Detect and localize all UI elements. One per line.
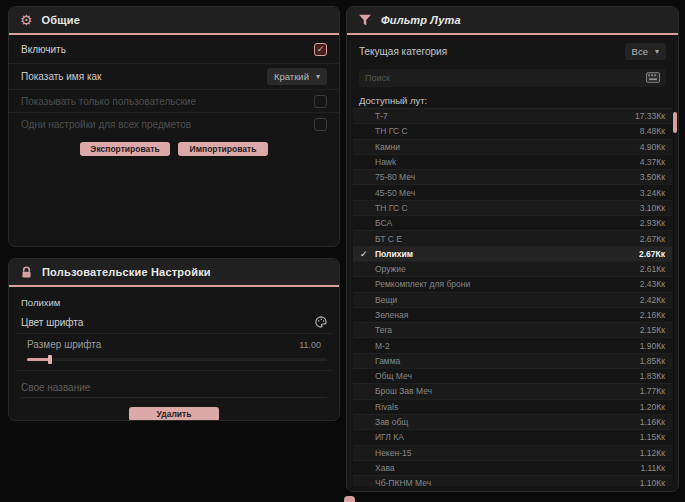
funnel-icon	[358, 14, 372, 26]
delete-button[interactable]: Удалить	[129, 407, 219, 421]
enable-label: Включить	[21, 44, 66, 55]
list-item[interactable]: Камни 4.90Кк	[353, 140, 672, 155]
item-value: 3.24Кк	[640, 188, 665, 198]
same-settings-row: Одни настройки для всех предметов	[9, 113, 339, 135]
list-item[interactable]: Тега 2.15Кк	[353, 323, 672, 338]
slider-thumb[interactable]	[48, 355, 52, 364]
list-item[interactable]: БСА 2.93Кк	[353, 216, 672, 231]
item-name: Зав общ	[375, 417, 640, 427]
item-name: Общ Меч	[375, 371, 640, 381]
list-item[interactable]: 75-80 Меч 3.50Кк	[353, 170, 672, 185]
chevron-down-icon: ▾	[316, 72, 320, 81]
user-settings-panel: Пользовательские Настройки Полихим Цвет …	[8, 258, 340, 421]
list-item[interactable]: ТН ГС С 8.48Кк	[353, 124, 672, 139]
import-button[interactable]: Импортировать	[178, 142, 268, 156]
list-item[interactable]: Hawk 4.37Кк	[353, 155, 672, 170]
item-value: 1.77Кк	[640, 386, 665, 396]
item-name: ТН ГС С	[375, 203, 640, 213]
custom-name-input[interactable]	[21, 380, 327, 398]
item-value: 1.10Кк	[640, 478, 665, 486]
export-button[interactable]: Экспортировать	[80, 142, 170, 156]
only-custom-checkbox[interactable]	[314, 95, 327, 108]
show-name-select[interactable]: Краткий ▾	[267, 68, 327, 85]
list-item[interactable]: Хава 1.11Кк	[353, 461, 672, 476]
scrollbar-thumb[interactable]	[673, 112, 677, 133]
list-item[interactable]: ИГЛ КА 1.15Кк	[353, 430, 672, 445]
item-value: 3.50Кк	[640, 172, 665, 182]
item-value: 1.20Кк	[640, 402, 665, 412]
item-name: Оружие	[375, 264, 640, 274]
show-name-value: Краткий	[274, 71, 309, 82]
item-value: 3.10Кк	[640, 203, 665, 213]
user-settings-panel-title: Пользовательские Настройки	[42, 266, 211, 278]
list-item[interactable]: Rivals 1.20Кк	[353, 400, 672, 415]
item-name: Hawk	[375, 157, 640, 167]
user-settings-panel-header: Пользовательские Настройки	[9, 259, 339, 287]
item-value: 1.15Кк	[640, 432, 665, 442]
list-item[interactable]: Гамма 1.85Кк	[353, 354, 672, 369]
palette-icon[interactable]	[315, 314, 327, 332]
category-label: Текущая категория	[359, 46, 447, 57]
font-size-label: Размер шрифта	[27, 339, 101, 350]
item-name: Тега	[375, 325, 640, 335]
selected-item-name: Полихим	[9, 287, 339, 312]
item-name: Rivals	[375, 402, 640, 412]
list-item[interactable]: Некен-15 1.12Кк	[353, 446, 672, 461]
category-value: Все	[632, 46, 648, 57]
list-item[interactable]: Зав общ 1.16Кк	[353, 415, 672, 430]
same-settings-label: Одни настройки для всех предметов	[21, 119, 191, 130]
list-item[interactable]: Ремкомплект для брони 2.43Кк	[353, 277, 672, 292]
item-value: 1.85Кк	[640, 356, 665, 366]
item-name: Вещи	[375, 295, 640, 305]
item-name: Некен-15	[375, 448, 640, 458]
list-item[interactable]: ✓ Полихим 2.67Кк	[353, 247, 672, 262]
item-value: 8.48Кк	[640, 126, 665, 136]
show-name-row: Показать имя как Краткий ▾	[9, 64, 339, 90]
only-custom-label: Показывать только пользовательские	[21, 96, 196, 107]
font-color-row: Цвет шрифта	[15, 312, 333, 334]
slider-fill	[27, 358, 49, 361]
lock-icon	[20, 266, 33, 279]
item-value: 1.90Кк	[640, 341, 665, 351]
item-value: 1.11Кк	[640, 463, 665, 473]
item-name: 45-50 Меч	[375, 188, 640, 198]
show-name-label: Показать имя как	[21, 71, 101, 82]
check-icon: ✓	[360, 249, 375, 259]
item-name: Камни	[375, 142, 640, 152]
same-settings-checkbox[interactable]	[314, 118, 327, 131]
item-name: Ремкомплект для брони	[375, 279, 640, 289]
item-value: 2.16Кк	[640, 310, 665, 320]
list-item[interactable]: Вещи 2.42Кк	[353, 293, 672, 308]
list-item[interactable]: Чб-ПКНМ Меч 1.10Кк	[353, 476, 672, 486]
general-panel-title: Общие	[42, 14, 81, 26]
item-value: 2.43Кк	[640, 279, 665, 289]
category-select[interactable]: Все ▾	[625, 43, 666, 60]
slider-track	[27, 358, 327, 361]
item-name: Зеленая	[375, 310, 640, 320]
item-name: БСА	[375, 218, 640, 228]
list-item[interactable]: Общ Меч 1.83Кк	[353, 369, 672, 384]
list-item[interactable]: Оружие 2.61Кк	[353, 262, 672, 277]
list-item[interactable]: Брош Зав Меч 1.77Кк	[353, 384, 672, 399]
item-value: 4.37Кк	[640, 157, 665, 167]
loot-filter-panel-title: Фильтр Лута	[381, 14, 461, 26]
list-item[interactable]: М-2 1.90Кк	[353, 338, 672, 353]
font-color-label: Цвет шрифта	[21, 317, 83, 328]
hidden-panel-peek	[344, 496, 355, 502]
list-item[interactable]: ТН ГС С 3.10Кк	[353, 201, 672, 216]
gear-icon: ⚙	[20, 13, 33, 27]
search-bar	[359, 69, 666, 87]
item-name: ТН ГС С	[375, 126, 640, 136]
search-input[interactable]	[365, 73, 640, 83]
loot-filter-panel-header: Фильтр Лута	[347, 7, 678, 35]
enable-checkbox[interactable]: ✓	[314, 43, 327, 56]
item-value: 2.67Кк	[639, 249, 665, 259]
list-item[interactable]: БТ С Е 2.67Кк	[353, 231, 672, 246]
list-item[interactable]: Т-7 17.33Кк	[353, 109, 672, 124]
font-size-slider[interactable]	[27, 355, 327, 364]
list-item[interactable]: Зеленая 2.16Кк	[353, 308, 672, 323]
font-size-row: Размер шрифта 11.00	[15, 334, 333, 371]
keyboard-icon[interactable]	[646, 69, 660, 87]
only-custom-row: Показывать только пользовательские	[9, 90, 339, 113]
list-item[interactable]: 45-50 Меч 3.24Кк	[353, 185, 672, 200]
